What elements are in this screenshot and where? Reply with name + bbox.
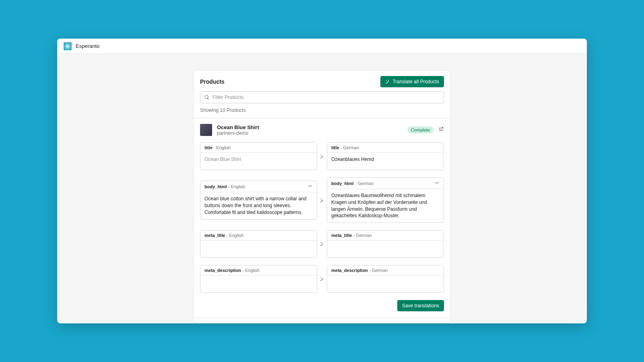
product-name: Ocean Blue Shirt (217, 124, 402, 130)
product-name-wrap: Ocean Blue Shirt partners-demo (217, 124, 402, 136)
search-icon (204, 95, 210, 100)
wand-icon (385, 79, 390, 84)
field-value-dst[interactable] (327, 276, 444, 292)
field-value-dst[interactable] (327, 241, 444, 257)
search-field (200, 91, 444, 103)
field-meta-title-src: meta_title - English (200, 230, 317, 258)
search-wrap (194, 91, 450, 107)
field-body-html-src: body_html - English Ocean blue cotton sh… (200, 181, 317, 219)
page-title: Products (200, 78, 225, 85)
field-value-dst[interactable]: Ozeanblaues Baumwollhemd mit schmalem Kr… (327, 189, 444, 222)
app-logo-icon (64, 42, 72, 50)
product-header-right: Complete (407, 126, 444, 134)
product-section: Classic Varsity Top Complete (194, 318, 450, 323)
status-badge: Complete (407, 126, 433, 134)
card-header: Products Translate all Products (194, 70, 450, 91)
field-label: body_html - German (327, 178, 444, 189)
top-bar: Esperanto (57, 39, 587, 54)
wand-icon (320, 198, 324, 203)
external-link-icon (438, 126, 444, 132)
field-label: title - English (200, 143, 317, 153)
main-scroll: Products Translate all Products Showing … (57, 54, 587, 323)
code-toggle-button[interactable] (434, 180, 440, 186)
field-title-dst[interactable]: title - German Ozeanblaues Hemd (327, 142, 444, 170)
product-header: Ocean Blue Shirt partners-demo Complete (200, 124, 444, 136)
field-meta-description-src: meta_description - English (200, 265, 317, 293)
app-window: Esperanto Products Translate all Product… (57, 39, 587, 323)
field-label: title - German (327, 143, 444, 153)
field-value-dst[interactable]: Ozeanblaues Hemd (327, 153, 444, 170)
field-value-src (200, 276, 317, 292)
wand-icon (320, 154, 324, 159)
action-row: Save translations (200, 300, 444, 311)
field-label: meta_description - German (327, 265, 444, 276)
save-translations-button[interactable]: Save translations (397, 300, 444, 311)
field-title-src: title - English Ocean Blue Shirt (200, 142, 317, 170)
field-body-html-dst[interactable]: body_html - German Ozeanblaues Baumwollh… (327, 177, 444, 223)
translate-field-button[interactable] (317, 198, 327, 203)
wand-icon (320, 242, 324, 247)
field-value-src: Ocean blue cotton shirt with a narrow co… (200, 192, 317, 219)
code-icon (308, 183, 313, 189)
product-vendor: partners-demo (217, 130, 402, 136)
field-meta-description-dst[interactable]: meta_description - German (327, 265, 444, 293)
field-label: meta_title - German (327, 230, 444, 241)
wand-icon (320, 277, 324, 282)
translate-all-button[interactable]: Translate all Products (380, 76, 444, 87)
field-label: meta_title - English (200, 230, 317, 241)
field-label: body_html - English (200, 181, 317, 192)
code-toggle-button[interactable] (308, 183, 313, 189)
app-title: Esperanto (76, 43, 99, 49)
products-card: Products Translate all Products Showing … (193, 70, 451, 323)
field-value-src (200, 241, 317, 257)
external-link-button[interactable] (438, 126, 444, 134)
product-thumbnail (200, 124, 212, 136)
translation-grid: title - English Ocean Blue Shirt title -… (200, 142, 444, 311)
search-input[interactable] (200, 91, 444, 103)
result-count: Showing 10 Products (194, 107, 450, 118)
translate-all-label: Translate all Products (392, 79, 439, 84)
code-icon (434, 180, 440, 185)
field-meta-title-dst[interactable]: meta_title - German (327, 230, 444, 258)
save-label: Save translations (402, 303, 439, 309)
translate-field-button[interactable] (317, 242, 327, 247)
translate-field-button[interactable] (317, 154, 327, 159)
field-label: meta_description - English (200, 265, 317, 276)
translate-field-button[interactable] (317, 277, 327, 282)
product-section: Ocean Blue Shirt partners-demo Complete (194, 118, 450, 318)
field-value-src: Ocean Blue Shirt (200, 153, 317, 170)
